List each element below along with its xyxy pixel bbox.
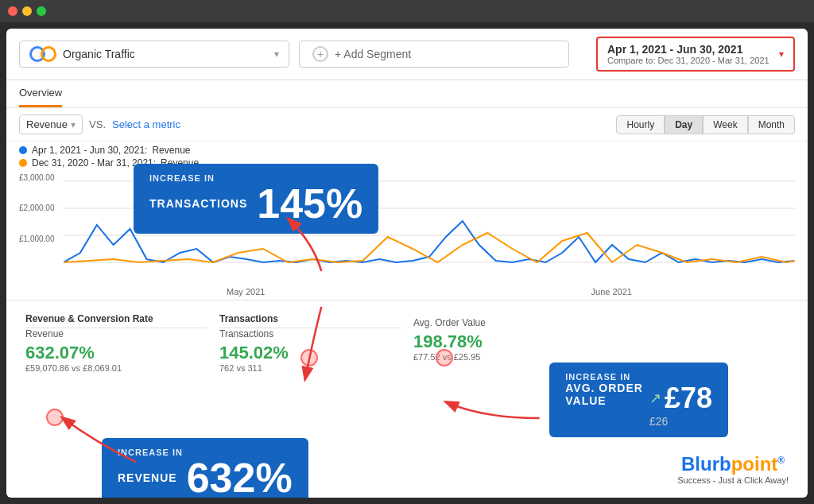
segment-name: Organic Traffic bbox=[63, 48, 268, 60]
dot-green[interactable] bbox=[37, 6, 46, 16]
callout-transactions: INCREASE IN TRANSACTIONS 145% bbox=[134, 164, 378, 234]
pink-dot-3 bbox=[436, 349, 453, 366]
pink-dot-2 bbox=[300, 349, 318, 366]
hourly-button[interactable]: Hourly bbox=[616, 115, 665, 134]
add-segment-icon: + bbox=[312, 46, 328, 62]
stats-header-2: Transactions bbox=[219, 310, 401, 328]
tab-overview[interactable]: Overview bbox=[19, 80, 62, 107]
branding: Blurbpoint® Success - Just a Click Away! bbox=[677, 453, 789, 485]
callout-transactions-value: 145% bbox=[257, 183, 362, 224]
legend-dot-orange-2 bbox=[19, 159, 27, 167]
chevron-down-icon: ▾ bbox=[274, 48, 279, 60]
x-labels: May 2021 June 2021 bbox=[64, 287, 795, 297]
stats-col-1: Revenue & Conversion Rate Revenue 632.07… bbox=[19, 307, 213, 376]
metric-select[interactable]: Revenue ▾ bbox=[19, 114, 83, 134]
week-button[interactable]: Week bbox=[703, 115, 747, 134]
pink-dot-1 bbox=[46, 409, 64, 426]
stats-metric-2: Transactions bbox=[219, 328, 401, 339]
legend-item-1: Apr 1, 2021 - Jun 30, 2021: Revenue bbox=[19, 145, 795, 156]
callout-avg-icon: ↗ bbox=[649, 390, 661, 407]
date-range-compare: Compare to: Dec 31, 2020 - Mar 31, 2021 bbox=[607, 56, 769, 65]
callout-avg-main: AVG. ORDER bbox=[565, 382, 643, 394]
dot-yellow[interactable] bbox=[22, 6, 32, 16]
callout-avg-value: £78 bbox=[665, 382, 712, 415]
callout-revenue-value: 632% bbox=[187, 457, 293, 498]
legend-metric-1: Revenue bbox=[152, 145, 190, 156]
legend-date-1: Apr 1, 2021 - Jun 30, 2021: bbox=[32, 145, 147, 156]
chevron-down-red-icon: ▾ bbox=[779, 48, 784, 60]
x-label-may: May 2021 bbox=[227, 287, 265, 297]
segment-selector[interactable]: Organic Traffic ▾ bbox=[19, 41, 289, 68]
legend-area: Apr 1, 2021 - Jun 30, 2021: Revenue Dec … bbox=[6, 142, 808, 173]
main-content: Organic Traffic ▾ + + Add Segment Apr 1,… bbox=[6, 29, 808, 498]
time-buttons: Hourly Day Week Month bbox=[616, 115, 795, 134]
callout-transactions-label: INCREASE IN bbox=[149, 173, 362, 183]
metric-label: Revenue bbox=[26, 118, 68, 130]
stats-compare-1: £59,070.86 vs £8,069.01 bbox=[25, 363, 207, 373]
stats-metric-3: Avg. Order Value bbox=[413, 317, 595, 328]
callout-avg-order: INCREASE IN AVG. ORDER VALUE ↗ £78 £26 bbox=[549, 362, 728, 437]
add-segment-label: + Add Segment bbox=[335, 48, 411, 60]
day-button[interactable]: Day bbox=[665, 115, 703, 134]
chart-container: £3,000.00 £2,000.00 £1,000.00 May 2021 J… bbox=[6, 173, 808, 297]
metric-chevron-icon: ▾ bbox=[71, 119, 76, 130]
metric-bar: Revenue ▾ VS. Select a metric Hourly Day… bbox=[6, 108, 808, 142]
overview-tab-bar: Overview bbox=[6, 80, 808, 108]
x-label-june: June 2021 bbox=[591, 287, 632, 297]
callout-avg-main2: VALUE bbox=[565, 394, 643, 407]
stats-value-1: 632.07% bbox=[25, 343, 207, 363]
brand-point: point bbox=[731, 453, 778, 475]
date-range-primary: Apr 1, 2021 - Jun 30, 2021 bbox=[607, 43, 769, 56]
callout-avg-label: INCREASE IN bbox=[565, 372, 712, 382]
callout-revenue-main: REVENUE bbox=[118, 471, 177, 484]
callout-revenue-label: INCREASE IN bbox=[118, 448, 293, 457]
stats-header-3 bbox=[413, 310, 595, 317]
callout-avg-sub: £26 bbox=[649, 415, 668, 428]
y-labels: £3,000.00 £2,000.00 £1,000.00 bbox=[19, 173, 63, 281]
registered-symbol: ® bbox=[777, 455, 785, 466]
title-bar bbox=[0, 0, 814, 22]
segment-bar: Organic Traffic ▾ + + Add Segment Apr 1,… bbox=[6, 29, 808, 80]
month-button[interactable]: Month bbox=[748, 115, 795, 134]
brand-tagline: Success - Just a Click Away! bbox=[677, 475, 789, 485]
legend-dot-blue-1 bbox=[19, 146, 27, 154]
stats-metric-1: Revenue bbox=[25, 328, 207, 339]
brand-name: Blurbpoint® bbox=[677, 453, 789, 475]
callout-revenue: INCREASE IN REVENUE 632% bbox=[102, 438, 308, 498]
select-metric-link[interactable]: Select a metric bbox=[112, 118, 180, 130]
add-segment[interactable]: + + Add Segment bbox=[299, 41, 569, 68]
stats-header-1: Revenue & Conversion Rate bbox=[25, 310, 207, 328]
callout-transactions-main: TRANSACTIONS bbox=[149, 197, 247, 210]
date-range-box[interactable]: Apr 1, 2021 - Jun 30, 2021 Compare to: D… bbox=[596, 37, 795, 72]
dot-red[interactable] bbox=[8, 6, 17, 16]
vs-label: VS. bbox=[89, 118, 106, 130]
organic-icon bbox=[29, 46, 56, 62]
